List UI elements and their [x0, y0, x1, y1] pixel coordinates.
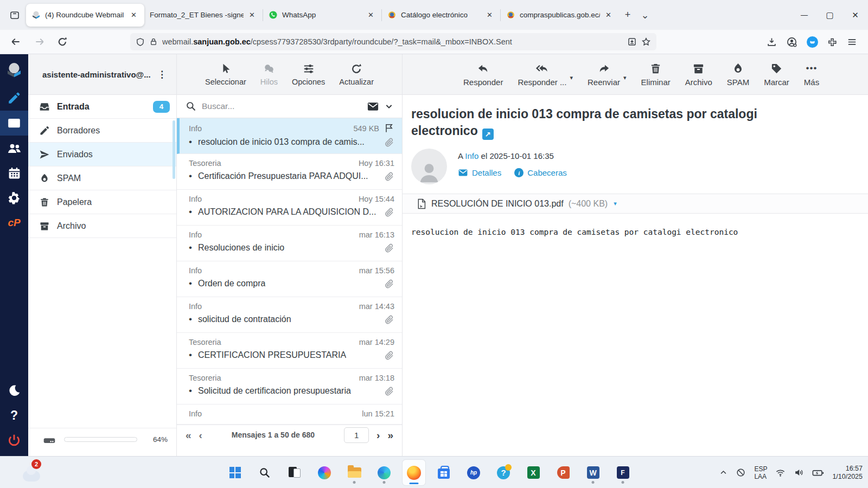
lock-icon[interactable] [149, 37, 158, 46]
search-scope-envelope-icon[interactable] [367, 100, 379, 113]
account-icon[interactable] [786, 36, 797, 48]
spam-button[interactable]: SPAM [727, 62, 749, 87]
task-view-button[interactable] [283, 460, 306, 485]
edge-button[interactable] [373, 460, 395, 485]
reload-button[interactable] [53, 34, 72, 50]
shield-icon[interactable] [136, 37, 145, 47]
help-button[interactable]: ? [0, 403, 28, 428]
mail-nav-button[interactable] [0, 111, 28, 136]
prev-page-button[interactable]: ‹ [199, 430, 202, 440]
message-row[interactable]: TesoreriaHoy 16:31 •Certificación Presup… [177, 154, 402, 190]
headers-toggle[interactable]: i Cabeceras [514, 168, 567, 177]
details-toggle[interactable]: Detalles [458, 168, 501, 178]
microsoft-store-button[interactable] [432, 460, 455, 485]
folder-archivo[interactable]: Archivo [28, 214, 176, 238]
message-row[interactable]: Infomar 16:13 •Resoluciones de inicio [177, 226, 402, 261]
tab-catalogo[interactable]: Catálogo electrónico ✕ [382, 4, 500, 27]
kebab-menu-icon[interactable]: ⋮ [154, 67, 170, 82]
first-page-button[interactable]: « [186, 430, 192, 440]
search-input[interactable]: Buscar... [202, 101, 361, 111]
tab-close-icon[interactable]: ✕ [603, 10, 614, 20]
compose-button[interactable] [0, 86, 28, 111]
refresh-button[interactable]: Actualizar [339, 63, 374, 86]
new-tab-button[interactable]: + [619, 7, 636, 24]
options-button[interactable]: Opciones [292, 63, 325, 86]
bookmark-star-icon[interactable] [641, 37, 651, 47]
page-number-input[interactable]: 1 [344, 427, 369, 443]
clock[interactable]: 16:57 1/10/2025 [832, 465, 863, 481]
tab-close-icon[interactable]: ✕ [129, 10, 139, 20]
close-button[interactable]: ✕ [843, 0, 868, 30]
forward-button[interactable]: Reenviar [588, 62, 620, 87]
message-row[interactable]: Tesoreriamar 14:29 •CERTIFICACION PRESUP… [177, 333, 402, 369]
save-page-icon[interactable] [627, 37, 637, 47]
message-row[interactable]: Info549 KB •resolucion de inicio 013 com… [177, 118, 402, 154]
message-row[interactable]: Tesoreriamar 13:18 •Solicitud de certifi… [177, 369, 402, 404]
tab-whatsapp[interactable]: WhatsApp ✕ [263, 4, 381, 27]
select-button[interactable]: Seleccionar [205, 63, 246, 86]
minimize-button[interactable]: — [792, 0, 817, 30]
tab-formato[interactable]: Formato_2_ET Bienes -signed- ✕ [144, 4, 263, 27]
folder-spam[interactable]: SPAM [28, 166, 176, 190]
dark-mode-button[interactable] [0, 378, 28, 403]
forward-caret-icon[interactable]: ▾ [623, 74, 627, 81]
url-bar[interactable]: webmail.sanjuan.gob.ec/cpsess7793728530/… [130, 33, 656, 50]
search-bar[interactable]: Buscar... [177, 95, 402, 118]
firefox-button[interactable] [403, 460, 425, 485]
reply-all-caret-icon[interactable]: ▾ [570, 74, 573, 81]
folder-papelera[interactable]: Papelera [28, 190, 176, 214]
cpanel-logo[interactable]: cP [0, 210, 28, 235]
tab-compraspublicas[interactable]: compraspublicas.gob.ec/P ✕ [501, 4, 619, 27]
reply-button[interactable]: Responder [463, 62, 503, 87]
folder-enviados[interactable]: Enviados [28, 143, 176, 166]
more-button[interactable]: ••• Más [804, 62, 819, 87]
folder-borradores[interactable]: Borradores [28, 119, 176, 143]
firefox-account-icon[interactable] [807, 36, 818, 48]
tab-close-icon[interactable]: ✕ [247, 10, 257, 20]
do-not-disturb-icon[interactable] [736, 467, 746, 478]
flag-icon[interactable] [384, 123, 394, 133]
reply-all-button[interactable]: Responder ... [518, 62, 566, 87]
next-page-button[interactable]: › [376, 430, 380, 440]
calendar-nav-button[interactable] [0, 160, 28, 185]
excel-button[interactable]: X [522, 460, 545, 485]
contacts-nav-button[interactable] [0, 136, 28, 160]
logout-button[interactable] [0, 428, 28, 453]
taskbar-search-button[interactable] [253, 460, 276, 485]
word-button[interactable]: W [582, 460, 604, 485]
fes-app-button[interactable]: F [611, 460, 634, 485]
language-indicator[interactable]: ESP LAA [754, 465, 767, 480]
back-button[interactable] [7, 34, 25, 50]
archive-button[interactable]: Archivo [685, 62, 712, 87]
copilot-button[interactable] [313, 460, 336, 485]
extensions-icon[interactable] [827, 37, 838, 47]
volume-icon[interactable] [794, 467, 804, 478]
firefox-view-button[interactable] [5, 6, 24, 24]
list-all-tabs-button[interactable]: ⌄ [636, 7, 654, 24]
last-page-button[interactable]: » [387, 430, 393, 440]
message-row[interactable]: Infomar 14:43 •solicitud de contratación [177, 297, 402, 333]
folders-scrollbar[interactable] [173, 120, 175, 179]
message-row[interactable]: Infolun 15:21 [177, 404, 402, 425]
mark-button[interactable]: Marcar [764, 62, 789, 87]
hp-button[interactable]: hp [462, 460, 485, 485]
message-row[interactable]: InfoHoy 15:44 •AUTORIZACION PARA LA ADQU… [177, 190, 402, 226]
downloads-icon[interactable] [767, 37, 777, 47]
start-button[interactable] [224, 460, 246, 485]
wifi-icon[interactable] [775, 467, 786, 478]
battery-icon[interactable] [812, 467, 824, 479]
menu-icon[interactable] [847, 37, 857, 47]
message-row[interactable]: Infomar 15:56 •Orden de compra [177, 261, 402, 297]
tab-roundcube[interactable]: (4) Roundcube Webmail :: ✕ [26, 4, 144, 27]
delete-button[interactable]: Eliminar [641, 62, 671, 87]
search-options-chevron-icon[interactable] [385, 102, 393, 111]
taskbar-weather-widget[interactable]: 2 [23, 463, 44, 483]
folder-entrada[interactable]: Entrada 4 [28, 95, 176, 119]
maximize-button[interactable]: ▢ [817, 0, 843, 30]
attachment-name[interactable]: RESOLUCIÓN DE INICIO 013.pdf [431, 199, 564, 209]
threads-button[interactable]: Hilos [260, 63, 278, 86]
get-help-button[interactable]: ? [492, 460, 515, 485]
powerpoint-button[interactable]: P [552, 460, 575, 485]
tab-close-icon[interactable]: ✕ [484, 10, 495, 20]
tray-expand-chevron-icon[interactable] [719, 468, 727, 477]
